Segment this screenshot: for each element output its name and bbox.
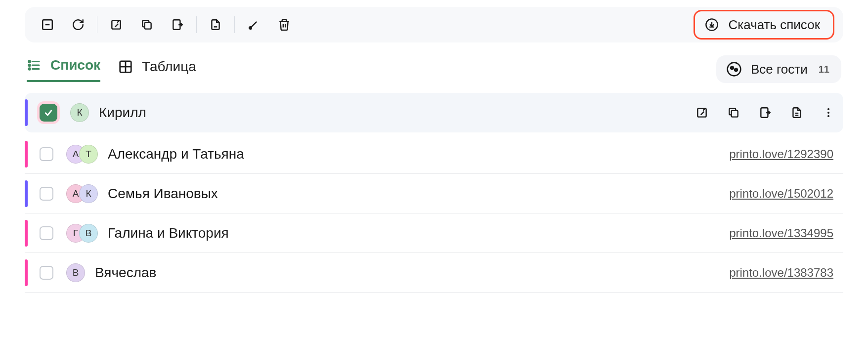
row-move-button[interactable] (755, 103, 775, 123)
avatar: К (79, 184, 98, 203)
guest-name: Вячеслав (95, 265, 156, 281)
view-tabs: Список Таблица (27, 57, 196, 82)
guest-link[interactable]: printo.love/1383783 (729, 266, 833, 280)
guest-row[interactable]: Г В Галина и Виктория printo.love/133499… (25, 213, 843, 253)
tab-table-label: Таблица (142, 59, 196, 75)
toolbar-divider (234, 16, 235, 33)
avatar: К (70, 103, 89, 122)
color-tag (25, 220, 28, 247)
avatar-group: А Т (66, 145, 98, 164)
guest-row[interactable]: А К Семья Ивановых printo.love/1502012 (25, 174, 843, 213)
avatar-group: А К (66, 184, 98, 203)
row-checkbox[interactable] (40, 266, 53, 280)
avatar-group: В (66, 263, 85, 282)
list-icon (27, 58, 42, 73)
copy-icon (140, 18, 153, 31)
avatar: Т (79, 145, 98, 164)
color-tag (25, 141, 28, 168)
svg-rect-20 (732, 111, 738, 117)
row-copy-button[interactable] (724, 103, 743, 123)
toolbar-divider (97, 16, 97, 33)
avatar: В (66, 263, 85, 282)
guest-name: Александр и Татьяна (108, 146, 244, 162)
guest-name: Галина и Виктория (108, 225, 229, 241)
tab-list[interactable]: Список (27, 57, 100, 82)
document-icon (209, 18, 222, 31)
svg-point-11 (29, 64, 31, 66)
edit-icon (695, 106, 708, 119)
guests-filter-label: Все гости (751, 62, 808, 77)
guest-row[interactable]: К Кирилл (25, 93, 843, 132)
svg-rect-3 (145, 23, 151, 29)
avatar-group: К (70, 103, 89, 122)
color-tag (25, 99, 28, 126)
more-vertical-icon (823, 107, 834, 119)
guests-count: 11 (817, 63, 831, 76)
row-edit-button[interactable] (692, 103, 712, 123)
refresh-button[interactable] (64, 11, 92, 39)
guest-list: К Кирилл А Т Ал (25, 93, 843, 293)
svg-rect-19 (697, 108, 706, 117)
svg-point-23 (827, 108, 829, 110)
svg-point-17 (731, 66, 734, 69)
download-list-button[interactable]: Скачать список (694, 10, 834, 40)
edit-button[interactable] (102, 11, 130, 39)
view-tabs-row: Список Таблица Все гости 11 (25, 55, 843, 83)
guest-name: Семья Ивановых (108, 186, 218, 202)
copy-icon (727, 106, 740, 119)
avatar: В (79, 224, 98, 243)
guest-name: Кирилл (99, 105, 146, 121)
trash-icon (278, 18, 291, 31)
avatar-group: Г В (66, 224, 98, 243)
toolbar-divider (196, 16, 197, 33)
select-partial-button[interactable] (34, 11, 61, 39)
color-button[interactable] (240, 11, 267, 39)
row-checkbox[interactable] (40, 104, 57, 122)
row-checkbox[interactable] (40, 147, 53, 161)
svg-point-18 (735, 68, 738, 71)
download-icon (705, 18, 719, 32)
row-document-button[interactable] (787, 103, 807, 123)
color-tag (25, 180, 28, 207)
guests-filter[interactable]: Все гости 11 (716, 55, 841, 83)
toolbar: Скачать список (25, 7, 843, 42)
edit-icon (110, 18, 123, 31)
refresh-icon (72, 18, 85, 31)
svg-point-10 (29, 60, 31, 62)
toolbar-left (34, 11, 298, 39)
move-button[interactable] (164, 11, 191, 39)
tab-table[interactable]: Таблица (118, 59, 196, 82)
row-actions (692, 103, 838, 123)
svg-point-5 (249, 27, 252, 29)
brush-icon (247, 18, 260, 31)
guest-row[interactable]: А Т Александр и Татьяна printo.love/1292… (25, 134, 843, 174)
guest-row[interactable]: В Вячеслав printo.love/1383783 (25, 253, 843, 293)
move-icon (171, 18, 184, 31)
document-icon (790, 106, 803, 119)
copy-button[interactable] (133, 11, 161, 39)
row-checkbox[interactable] (40, 187, 53, 201)
select-partial-icon (41, 18, 54, 31)
svg-point-25 (827, 115, 829, 117)
tab-list-label: Список (50, 57, 100, 73)
row-more-button[interactable] (819, 103, 838, 123)
group-icon (726, 61, 742, 77)
svg-point-24 (827, 112, 829, 114)
guest-link[interactable]: printo.love/1502012 (729, 187, 833, 201)
table-icon (118, 59, 133, 74)
download-list-label: Скачать список (729, 17, 820, 33)
document-button[interactable] (202, 11, 229, 39)
move-icon (759, 106, 772, 119)
row-checkbox[interactable] (40, 226, 53, 240)
color-tag (25, 259, 28, 286)
guest-link[interactable]: printo.love/1334995 (729, 226, 833, 240)
svg-point-12 (29, 68, 31, 70)
guest-link[interactable]: printo.love/1292390 (729, 147, 833, 161)
delete-button[interactable] (270, 11, 298, 39)
check-icon (43, 108, 53, 118)
svg-rect-2 (112, 20, 120, 29)
